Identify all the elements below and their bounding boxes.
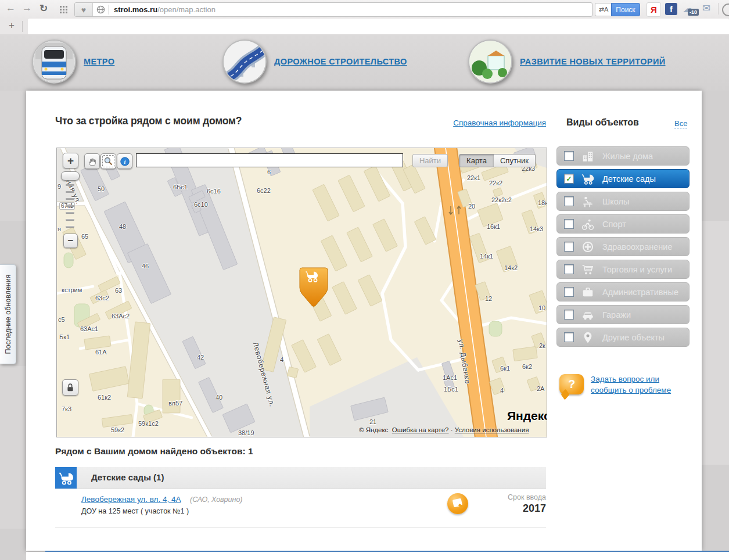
checkbox[interactable] [564, 242, 574, 252]
bookmark-heart-icon[interactable]: ♥ [75, 3, 93, 16]
results-group-header: Детские сады (1) [55, 467, 546, 489]
term-label: Срок ввода [468, 493, 546, 501]
all-types-link[interactable]: Все [674, 119, 687, 128]
checkbox[interactable] [564, 310, 574, 320]
result-address-link[interactable]: Левобережная ул. вл. 4, 4А [81, 495, 181, 504]
zoom-slider-handle[interactable] [61, 171, 80, 181]
lock-icon [64, 382, 76, 393]
building-icon [581, 150, 595, 163]
checkbox[interactable]: ✓ [564, 174, 574, 184]
map-search-input[interactable] [136, 153, 403, 167]
map-image [57, 148, 547, 437]
zoom-tick [66, 226, 74, 228]
new-tab-button[interactable]: + [5, 20, 19, 33]
map-attribution: © Яндекс Ошибка на карте? · Условия испо… [359, 426, 529, 433]
svg-text:i: i [124, 158, 125, 164]
object-types-title: Виды объектов [566, 117, 639, 128]
magnifier-icon [103, 156, 114, 167]
question-bubble-icon[interactable]: ? [559, 374, 584, 394]
site-globe-icon [93, 5, 109, 14]
page-title: Что за стройка рядом с моим домом? [55, 115, 242, 127]
checkbox[interactable] [564, 219, 574, 229]
hand-icon [87, 156, 98, 167]
nav-label-metro[interactable]: МЕТРО [84, 57, 114, 66]
result-term: Срок ввода 2017 [468, 493, 546, 515]
active-tab[interactable] [28, 19, 729, 34]
checkbox[interactable] [564, 287, 574, 297]
map-terms-link[interactable]: Условия использования [455, 426, 529, 433]
history-clock-icon[interactable] [722, 3, 729, 16]
facebook-icon[interactable]: f [665, 3, 677, 15]
reload-icon[interactable]: ↻ [39, 2, 48, 15]
nav-item-territories[interactable]: РАЗВИТИЕ НОВЫХ ТЕРРИТОРИЙ [468, 39, 666, 84]
checkbox[interactable] [564, 151, 574, 161]
pin-icon [581, 331, 595, 344]
object-type-label: Гаражи [602, 310, 631, 320]
zoom-tick [66, 191, 74, 193]
object-type-car[interactable]: Гаражи [556, 305, 690, 324]
checkbox[interactable] [564, 196, 574, 206]
ask-question-link[interactable]: Задать вопрос или сообщить о проблеме [591, 374, 691, 396]
object-type-building[interactable]: Жилые дома [556, 146, 690, 166]
nav-label-roads[interactable]: ДОРОЖНОЕ СТРОИТЕЛЬСТВО [274, 57, 407, 66]
object-type-label: Школы [602, 197, 629, 206]
translate-icon[interactable]: ⇄A [595, 3, 612, 16]
tab-bar: + [0, 19, 729, 34]
content-panel: Что за стройка рядом с моим домом? Справ… [26, 91, 702, 551]
map-error-link[interactable]: Ошибка на карте? [392, 426, 449, 433]
nav-item-metro[interactable]: МЕТРО [32, 39, 114, 84]
url-text[interactable]: stroi.mos.ru/open/map.action [109, 5, 216, 14]
object-type-label: Детские сады [602, 174, 656, 184]
zoom-in-button[interactable]: + [63, 153, 78, 168]
checkbox[interactable] [564, 332, 574, 342]
forward-icon[interactable]: → [22, 2, 32, 14]
weather-badge: -10 [688, 9, 699, 16]
object-type-cart[interactable]: Торговля и услуги [556, 260, 690, 279]
road-construction-icon [222, 40, 267, 84]
zoom-tick [66, 184, 74, 186]
browser-window: ← → ↻ ♥ stroi.mos.ru/open/map.action ⇄A … [0, 0, 729, 560]
nav-label-territories[interactable]: РАЗВИТИЕ НОВЫХ ТЕРРИТОРИЙ [520, 57, 666, 66]
latest-updates-tab[interactable]: Последние обновления [0, 264, 16, 364]
object-type-sport[interactable]: Спорт [556, 214, 690, 234]
briefcase-icon [581, 286, 595, 299]
object-type-label: Здравоохранение [602, 242, 672, 252]
yandex-icon[interactable]: Я [647, 2, 661, 17]
object-type-school[interactable]: Школы [556, 192, 690, 211]
lock-button[interactable] [62, 379, 78, 396]
result-separator [55, 527, 546, 528]
checkbox[interactable] [564, 264, 574, 274]
term-value: 2017 [468, 502, 546, 515]
info-button[interactable]: i [117, 153, 132, 169]
back-icon[interactable]: ← [6, 2, 16, 14]
object-type-label: Торговля и услуги [602, 265, 672, 274]
zoom-tick [66, 205, 74, 207]
kindergarten-group-icon [55, 467, 77, 489]
zoom-out-button[interactable]: − [63, 234, 78, 248]
object-type-label: Жилые дома [602, 152, 653, 161]
object-type-briefcase[interactable]: Административные [556, 282, 690, 301]
object-type-stroller[interactable]: ✓Детские сады [556, 169, 690, 188]
layer-satellite-button[interactable]: Спутник [494, 154, 536, 167]
nav-item-roads[interactable]: ДОРОЖНОЕ СТРОИТЕЛЬСТВО [222, 39, 407, 84]
yandex-maps-logo: Яндекс [507, 409, 547, 423]
cart-icon [581, 263, 595, 276]
address-bar[interactable]: ♥ stroi.mos.ru/open/map.action [74, 2, 592, 17]
tab-separator [22, 21, 23, 32]
find-button[interactable]: Найти [412, 154, 448, 167]
map-copyright: © Яндекс [359, 426, 388, 433]
browser-toolbar: ← → ↻ ♥ stroi.mos.ru/open/map.action ⇄A … [0, 0, 729, 19]
mail-icon[interactable]: ✉ [702, 2, 710, 15]
reference-info-link[interactable]: Справочная информация [453, 119, 546, 127]
magnifier-select-button[interactable] [100, 153, 116, 169]
group-label: Детские сады (1) [91, 472, 164, 482]
pan-hand-button[interactable] [84, 153, 100, 169]
layer-map-button[interactable]: Карта [459, 154, 494, 167]
sport-icon [581, 218, 595, 231]
browser-search-button[interactable]: Поиск [611, 3, 640, 16]
construction-status-icon[interactable] [447, 493, 468, 514]
map-canvas[interactable]: 5048466Бс16с166с106с2269я65кстрим6363с26… [56, 148, 547, 437]
object-type-pin[interactable]: Другие объекты [556, 328, 690, 347]
tableau-icon[interactable] [60, 6, 62, 8]
object-type-health[interactable]: Здравоохранение [556, 237, 690, 256]
